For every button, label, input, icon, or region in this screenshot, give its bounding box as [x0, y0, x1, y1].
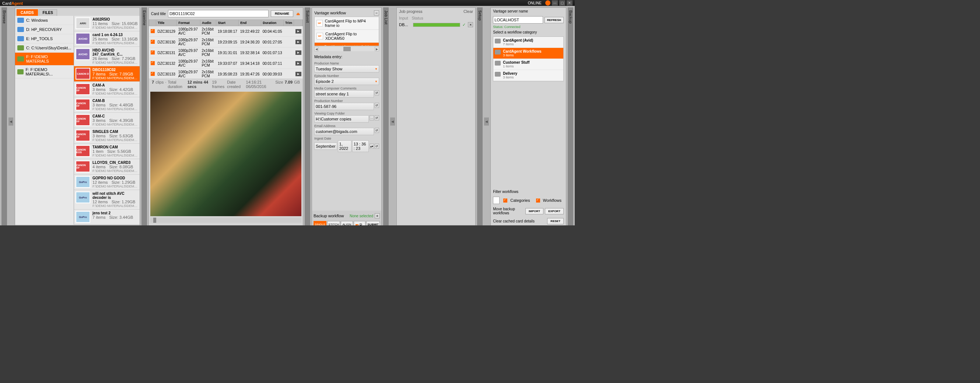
joblist-collapse[interactable]: ◀ [390, 118, 395, 126]
stitch-button[interactable]: STITCH [327, 221, 340, 226]
workflow-scrollbar[interactable]: ◀▶ [314, 47, 379, 51]
align-button[interactable]: ALIGN [341, 221, 353, 226]
comments-input[interactable]: street scene day 1 [314, 90, 374, 98]
card-item[interactable]: AVCHDcard 1 on 4-24-1325 itemsSize: 13.1… [74, 31, 140, 47]
browse-folder-button[interactable]: … [369, 115, 374, 121]
card-item[interactable]: ARRIA002R5IO11 itemsSize: 15.69GBF:\DEMO… [74, 16, 140, 31]
rename-button[interactable]: RENAME [271, 10, 293, 17]
clip-row[interactable]: DZC301311080p29.97 AVC2x16bit PCM19:31:3… [149, 48, 303, 58]
collapse-workflows-button[interactable]: − [374, 10, 379, 16]
cards-tab[interactable]: CARDS [17, 9, 38, 16]
email-input[interactable]: customer@bigads.com [314, 128, 374, 135]
clip-checkbox[interactable] [151, 72, 155, 76]
play-clip-button[interactable]: ▶ [296, 40, 301, 44]
audio-button[interactable]: 🔊 [221, 226, 229, 226]
drive-item[interactable]: E: HP_TOOLS [15, 34, 74, 43]
card-item[interactable]: CANON XFCAM-C3 itemsSize: 4.39GBF:\DEMO … [74, 113, 140, 128]
minimize-button[interactable]: — [552, 0, 558, 6]
forward-button[interactable]: ▶▶ [240, 226, 248, 226]
email-reset-button[interactable]: ↺ [375, 128, 379, 133]
ingest-day-input[interactable]: 1, 2022 [338, 140, 352, 152]
play-clip-button[interactable]: ▶ [296, 29, 301, 33]
date-stepper[interactable]: ▴▾ [369, 144, 374, 149]
eject-icon[interactable]: ⏏ [296, 11, 301, 16]
drive-item[interactable]: F: F:\DEMO MATERIALS [15, 52, 74, 65]
filter-input[interactable] [493, 197, 500, 204]
card-item[interactable]: GoProwill not stitch AVC decoder is12 it… [74, 190, 140, 210]
joblist-tab[interactable]: Job List [383, 7, 389, 226]
workflow-item[interactable]: WFCardAgent Ingest to Avid with Metadata [315, 43, 379, 46]
play-pause-button[interactable]: ▷ [178, 226, 186, 226]
card-item[interactable]: CANON EOSTAMRON CAM1 itemSize: 5.56GBF:\… [74, 144, 140, 159]
browse-tab[interactable]: Browse [2, 7, 7, 226]
card-item[interactable]: CANON XFSINGLES CAM3 itemsSize: 5.63GBF:… [74, 128, 140, 144]
clip-checkbox[interactable] [151, 29, 155, 33]
production-name-dropdown[interactable]: Tuesday Show▼ [314, 65, 379, 73]
files-tab[interactable]: FILES [39, 9, 57, 16]
card-item[interactable]: CANON DDBO1119C027 itemsSize: 7.09GBF:\D… [74, 66, 140, 82]
browse-collapse[interactable]: ◀ [8, 118, 13, 126]
mark-in-button[interactable]: ⇤ [150, 226, 158, 226]
card-item[interactable]: CANON XFCAM-B3 itemsSize: 4.48GBF:\DEMO … [74, 97, 140, 113]
drive-item[interactable]: C: Windows [15, 16, 74, 25]
episode-dropdown[interactable]: Episode 2▼ [314, 78, 379, 85]
clip-row[interactable]: DZC301331080p29.97 AVC2x16bit PCM19:35:0… [149, 69, 303, 79]
card-item[interactable]: CANON XFLLOYDS_CIN_CARD34 itemsSize: 8.0… [74, 159, 140, 175]
pthru-button[interactable]: P-thru [354, 221, 366, 226]
workflow-item[interactable]: WFCardAgent Flip to XDCAM50 [315, 30, 379, 43]
scrubber[interactable] [150, 218, 301, 223]
play-button[interactable]: ▶ [231, 226, 239, 226]
clip-checkbox[interactable] [151, 51, 155, 54]
category-item[interactable]: Customer Stuff1 items [493, 59, 563, 70]
ingest-month-input[interactable]: September [314, 143, 337, 150]
scroll-left-icon[interactable]: ◀ [314, 47, 319, 51]
clip-checkbox[interactable] [151, 40, 155, 44]
add-backup-button[interactable]: + [375, 213, 380, 218]
workflow-item[interactable]: WFCardAgent Flip to MP4 frame io [315, 17, 379, 30]
export-button[interactable]: EXPORT [545, 208, 564, 215]
copy-folder-input[interactable]: H:\Customer copies [314, 115, 369, 122]
play-clip-button[interactable]: ▶ [296, 51, 301, 55]
submit-button[interactable]: SUBMIT [366, 221, 380, 226]
copy-reset-button[interactable]: ↺ [375, 115, 379, 121]
clip-checkbox[interactable] [151, 61, 155, 65]
refresh-button[interactable]: REFRESH [544, 17, 564, 23]
card-item[interactable]: GoProGOPRO NO GOOD12 itemsSize: 1.29GBF:… [74, 175, 140, 190]
reset-button[interactable]: RESET [547, 218, 564, 224]
maximize-button[interactable]: ▢ [559, 0, 565, 6]
next-button[interactable]: ▷| [187, 226, 195, 226]
card-item[interactable]: CANON XFCAM-A3 itemsSize: 4.42GBF:\DEMO … [74, 82, 140, 97]
comments-reset-button[interactable]: ↺ [375, 90, 379, 95]
card-item[interactable]: GoProjens test 27 itemsSize: 3.44GB [74, 210, 140, 225]
drive-item[interactable]: C: C:\Users\Stuy\Deskt... [15, 43, 74, 52]
video-preview[interactable] [150, 92, 301, 216]
clip-row[interactable]: DZC301291080p29.97 AVC2x16bit PCM19:18:0… [149, 26, 303, 37]
drive-item[interactable]: D: HP_RECOVERY [15, 25, 74, 34]
production-number-input[interactable]: 001-587-96 [314, 103, 374, 110]
setup-tab[interactable]: Setup [477, 7, 483, 226]
remove-job-button[interactable]: ✕ [468, 22, 473, 27]
close-button[interactable]: ✕ [566, 0, 573, 6]
prev-button[interactable]: |◁ [169, 226, 177, 226]
setup-collapse[interactable]: ◀ [484, 118, 489, 126]
play-clip-button[interactable]: ▶ [296, 61, 301, 65]
submit-tab[interactable]: Submit [305, 7, 310, 226]
import-button[interactable]: IMPORT [525, 208, 543, 215]
category-item[interactable]: CardAgent (Avid)7 items [493, 37, 563, 48]
drive-item[interactable]: F: F:\DEMO MATERIALS\... [15, 65, 74, 78]
examine-tab[interactable]: Examine [142, 7, 147, 226]
single-button[interactable]: SINGLE [313, 221, 326, 226]
clip-row[interactable]: DZC301301080p29.97 AVC2x16bit PCM19:23:0… [149, 37, 303, 48]
mark-out-button[interactable]: ⇥ [196, 226, 204, 226]
card-title-input[interactable] [168, 10, 269, 17]
category-item[interactable]: CardAgent Workflows3 items [493, 48, 563, 59]
card-item[interactable]: AVCHDHBO AVCHD 247_CanKirk_C...26 itemsS… [74, 47, 140, 66]
clip-row[interactable]: DZC301321080p29.97 AVC2x16bit PCM19:33:0… [149, 58, 303, 69]
scroll-right-icon[interactable]: ▶ [375, 47, 379, 51]
clear-link[interactable]: Clear [463, 9, 473, 14]
date-reset-button[interactable]: ↺ [375, 144, 379, 149]
ingest-time-input[interactable]: 13 : 36 : 23 [352, 140, 369, 152]
step-back-button[interactable]: ◁| [159, 226, 168, 226]
server-name-input[interactable] [493, 16, 543, 24]
prodnum-reset-button[interactable]: ↺ [375, 103, 379, 108]
